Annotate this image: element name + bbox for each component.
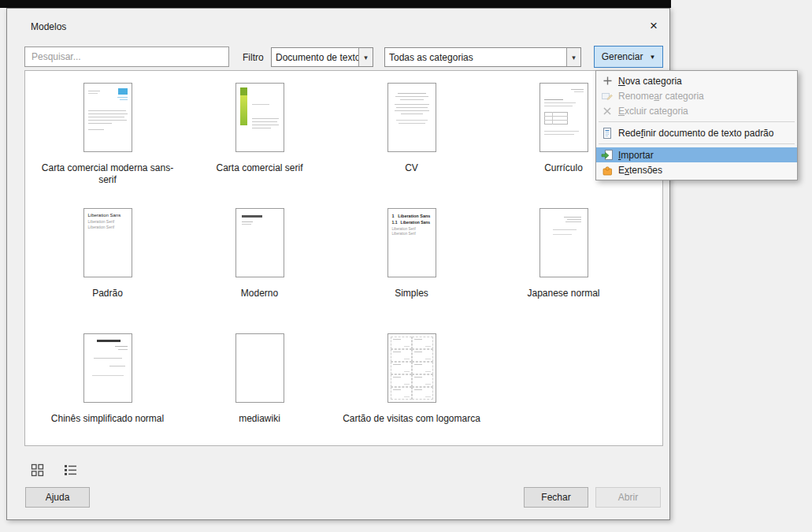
manage-button[interactable]: Gerenciar ▼ [594, 46, 663, 68]
template-item[interactable]: CV [336, 83, 488, 208]
template-thumbnail [539, 208, 588, 277]
thumb-text: 1.1 Liberation Sans [392, 221, 431, 225]
menu-item-nova-categoria[interactable]: Nova categoria [596, 73, 797, 88]
delete-icon [596, 106, 618, 117]
rename-icon [596, 90, 618, 102]
import-icon [596, 149, 618, 162]
category-value: Todas as categorias [385, 52, 566, 63]
template-name: Japanese normal [495, 288, 633, 299]
template-grid: Carta comercial moderna sans-serif Carta… [25, 71, 662, 445]
thumb-text: 1 Liberation Sans [392, 214, 431, 218]
template-item[interactable]: 1 Liberation Sans 1.1 Liberation Sans Li… [336, 208, 488, 333]
template-name: Cartão de visitas com logomarca [343, 413, 481, 425]
menu-item-label: Extensões [618, 165, 662, 176]
chevron-down-icon[interactable]: ▾ [566, 48, 580, 66]
template-thumbnail [387, 333, 436, 403]
template-item[interactable]: Japanese normal [488, 208, 640, 333]
template-name: Moderno [191, 288, 329, 299]
template-thumbnail: 1 Liberation Sans 1.1 Liberation Sans Li… [387, 208, 436, 277]
templates-dialog: Modelos × Filtro Documento de texto ▾ To… [6, 8, 670, 520]
template-thumbnail [83, 333, 132, 403]
plus-icon [596, 75, 618, 87]
search-input[interactable] [24, 47, 229, 67]
thumb-text: Liberation Sans [88, 213, 121, 218]
template-name: Carta comercial serif [191, 162, 329, 174]
background-window-edge [0, 0, 671, 8]
menu-separator [599, 121, 795, 122]
template-list-area: Carta comercial moderna sans-serif Carta… [24, 70, 663, 446]
close-button[interactable]: Fechar [524, 487, 588, 508]
template-thumbnail [387, 83, 436, 152]
menu-item-renomear-categoria: Renomear categoria [596, 88, 797, 103]
document-type-value: Documento de texto [272, 52, 358, 63]
menu-item-extensoes[interactable]: Extensões [596, 162, 797, 177]
reset-default-icon [596, 127, 618, 140]
menu-item-label: Renomear categoria [618, 91, 704, 102]
template-name: Padrão [39, 288, 177, 299]
template-thumbnail: Liberation Sans Liberation Serif Liberat… [83, 208, 132, 277]
manage-button-label: Gerenciar [602, 51, 643, 62]
template-item[interactable]: Liberation Sans Liberation Serif Liberat… [32, 208, 184, 333]
template-name: CV [343, 162, 481, 174]
list-view-icon [64, 463, 77, 477]
template-name: mediawiki [191, 413, 329, 425]
template-thumbnail [83, 83, 132, 152]
template-item[interactable]: Cartão de visitas com logomarca [336, 333, 488, 459]
menu-item-label: Excluir categoria [618, 106, 688, 117]
template-item[interactable]: Carta comercial moderna sans-serif [32, 83, 184, 208]
template-name: Simples [343, 288, 481, 299]
thumb-text: Liberation Serif [88, 225, 115, 230]
list-view-button[interactable] [63, 463, 77, 477]
template-item[interactable]: Moderno [184, 208, 336, 333]
open-button: Abrir [595, 487, 661, 508]
document-type-dropdown[interactable]: Documento de texto ▾ [271, 47, 373, 67]
template-thumbnail [539, 83, 588, 152]
chevron-down-icon: ▼ [649, 54, 655, 61]
menu-item-label: Nova categoria [618, 76, 682, 87]
view-toggle-bar [30, 463, 77, 477]
help-button[interactable]: Ajuda [25, 487, 90, 508]
category-dropdown[interactable]: Todas as categorias ▾ [384, 47, 581, 67]
dialog-title: Modelos [31, 21, 66, 32]
menu-item-redefinir-padrao[interactable]: Redefinir documento de texto padrão [596, 125, 797, 140]
extensions-icon [596, 164, 618, 177]
filter-label: Filtro [243, 52, 264, 63]
menu-item-label: Importar [618, 150, 654, 161]
chevron-down-icon[interactable]: ▾ [358, 48, 373, 66]
template-name: Chinês simplificado normal [39, 413, 177, 425]
thumb-text: Liberation Serif [88, 220, 115, 225]
template-thumbnail [235, 208, 284, 277]
thumbnail-view-button[interactable] [30, 463, 44, 477]
grid-view-icon [31, 463, 44, 477]
template-item[interactable]: Carta comercial serif [184, 83, 336, 208]
thumb-text: Liberation Serif [392, 233, 416, 236]
menu-item-label: Redefinir documento de texto padrão [618, 128, 773, 139]
template-name: Carta comercial moderna sans-serif [39, 162, 177, 186]
template-item[interactable]: mediawiki [184, 333, 336, 459]
template-thumbnail [235, 333, 284, 403]
menu-item-importar[interactable]: Importar [596, 147, 797, 162]
close-icon[interactable]: × [644, 18, 663, 34]
template-item[interactable]: Chinês simplificado normal [32, 333, 184, 459]
template-thumbnail [235, 83, 284, 152]
menu-separator [599, 143, 795, 144]
menu-item-excluir-categoria: Excluir categoria [596, 103, 797, 118]
manage-menu: Nova categoria Renomear categoria Exclui… [595, 70, 798, 180]
